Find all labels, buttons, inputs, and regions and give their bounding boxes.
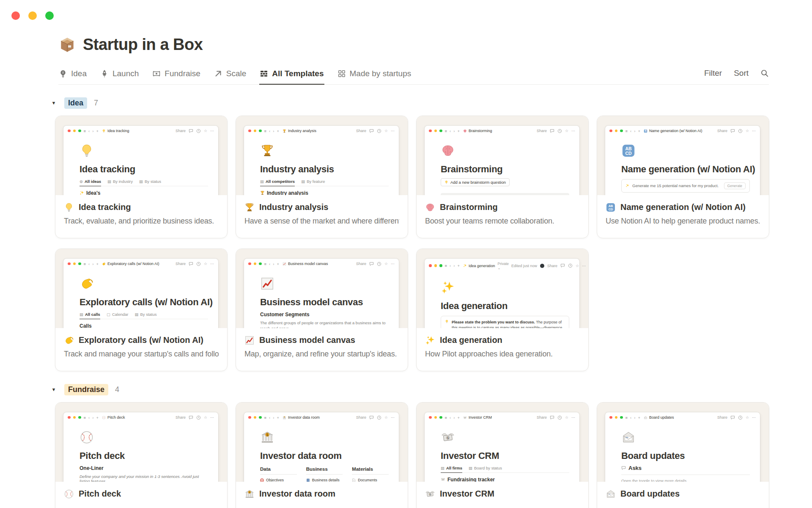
more-icon: ⋯ [391,262,395,266]
forward-icon: › [273,129,274,133]
mini-window-page-title: $Investor data room [283,415,320,420]
back-icon: ‹ [630,415,631,420]
mini-page-link: Objectives [260,478,297,482]
template-card-industry-analysis[interactable]: ≡‹›+Industry analysisShare☆⋯Industry ana… [236,116,408,238]
template-preview: ≡‹›+Idea trackingShare☆⋯Idea tracking⊙Al… [55,116,227,195]
nav-tabs: IdeaLaunchFundraiseScaleAll TemplatesMad… [58,66,411,84]
mini-window-dot-icon [429,264,432,267]
abcd-icon: ABCD [621,144,636,158]
money-wings-icon: $ [441,477,445,482]
mini-view-tab: ▤Board by status [469,466,502,473]
more-icon: ⋯ [752,415,756,420]
mini-window-titlebar: ≡‹›+Board updatesShare☆⋯ [605,412,760,422]
section-pill[interactable]: Idea [64,97,87,109]
sparkles-icon [425,335,435,345]
disclosure-triangle-icon[interactable]: ▼ [48,387,59,392]
zoom-button[interactable] [45,11,54,20]
mini-window-dot-icon [254,130,257,133]
new-tab-icon: + [96,262,99,266]
template-card-exploratory-calls-w-notion-ai[interactable]: ≡‹›+Exploratory calls (w/ Notion AI)Shar… [55,248,228,371]
tab-idea[interactable]: Idea [58,66,87,85]
filter-button[interactable]: Filter [704,69,722,78]
envelope-icon [644,416,647,420]
mini-section-title: Idea's [80,190,208,195]
view-icon: ▤ [260,179,264,184]
tab-bar: IdeaLaunchFundraiseScaleAll TemplatesMad… [58,66,769,85]
mini-window-dot-icon [609,130,612,133]
template-card-idea-tracking[interactable]: ≡‹›+Idea trackingShare☆⋯Idea tracking⊙Al… [55,116,228,238]
clock-icon [557,129,562,133]
menu-icon: ≡ [445,263,447,268]
sparkles-icon [441,280,455,295]
template-preview: ≡‹›+Business model canvasShare☆⋯Business… [236,249,408,328]
template-title: Brainstorming [425,202,580,213]
search-icon[interactable] [760,69,769,77]
tab-label: Idea [71,69,87,78]
template-caption: Idea trackingTrack, evaluate, and priori… [55,195,227,226]
mini-window-titlebar: ≡‹›+Idea trackingShare☆⋯ [63,126,218,135]
mini-window-dot-icon [254,416,257,419]
lightbulb-tab-icon [59,69,67,78]
mini-button-label: Add a new brainstorm question [450,180,506,185]
view-icon: ▤ [441,466,444,470]
mini-view-tab-label: By feature [307,179,325,184]
avatar [540,264,544,268]
tab-scale[interactable]: Scale [214,66,247,85]
template-title-label: Pitch deck [79,489,121,499]
mini-page-heading: Pitch deck [80,450,208,461]
mini-view-tabs: ▤All firms▤Board by status [441,466,569,473]
menu-icon: ≡ [84,415,86,420]
template-card-idea-generation[interactable]: ≡‹›+Idea generationPrivate ⌄Edited just … [416,248,589,371]
mini-window-dot-icon [434,416,437,419]
template-card-business-model-canvas[interactable]: ≡‹›+Business model canvasShare☆⋯Business… [236,248,408,371]
tab-fundraise[interactable]: Fundraise [152,66,201,85]
brain-icon [463,129,467,133]
template-card-pitch-deck[interactable]: ≡‹›+Pitch deckShare☆⋯Pitch deckOne-Liner… [55,402,228,508]
mini-view-tab-label: By status [145,179,161,184]
forward-icon: › [634,415,635,420]
section-pill[interactable]: Fundraise [64,384,108,395]
forward-icon: › [273,262,274,266]
clock-icon [568,263,573,268]
sparkles-icon [625,184,629,188]
clock-icon [196,129,201,133]
mini-generate-button: Generate [724,182,746,189]
baseball-icon [102,416,106,420]
template-preview: ≡‹›+$Investor CRMShare☆⋯$Investor CRM▤Al… [417,403,588,482]
chart-up-icon [244,335,255,345]
lightbulb-icon [445,320,449,328]
close-button[interactable] [11,11,20,20]
tab-made-by-startups[interactable]: Made by startups [337,66,412,85]
template-card-board-updates[interactable]: ≡‹›+Board updatesShare☆⋯Board updatesAsk… [597,402,769,508]
book-icon [306,478,310,482]
mini-page-link: Business details [306,478,343,482]
sparkles-icon [80,190,84,195]
grid-icon [260,69,268,78]
toolbar: Filter Sort [704,69,769,84]
template-card-name-generation-w-notion-ai[interactable]: ≡‹›+ABCDName generation (w/ Notion AI)Sh… [597,116,769,238]
minimize-button[interactable] [28,11,37,20]
template-preview: ≡‹›+Industry analysisShare☆⋯Industry ana… [236,116,408,195]
forward-icon: › [453,415,455,420]
sort-button[interactable]: Sort [734,69,749,78]
mini-question-box: What products exist in the world we thin… [441,193,569,195]
mini-section-title-label: Idea's [86,190,101,195]
disclosure-triangle-icon[interactable]: ▼ [48,100,59,105]
money-wings-icon: $ [441,430,455,444]
trophy-icon [283,129,286,133]
money-wings-icon: $ [463,416,467,420]
tab-all-templates[interactable]: All Templates [259,66,324,85]
mini-window: ≡‹›+$Investor CRMShare☆⋯$Investor CRM▤Al… [425,412,579,482]
tab-launch[interactable]: Launch [100,66,139,85]
mini-view-tab-label: All ideas [85,179,101,184]
mini-window-titlebar: ≡‹›+BrainstormingShare☆⋯ [425,126,579,135]
template-card-brainstorming[interactable]: ≡‹›+BrainstormingShare☆⋯BrainstormingAdd… [416,116,589,238]
chat-icon [189,129,193,133]
template-card-investor-data-room[interactable]: ≡‹›+$Investor data roomShare☆⋯$Investor … [236,402,408,508]
mini-view-tab-label: By status [140,312,156,317]
template-caption: Industry analysisHave a sense of the mar… [236,195,408,226]
chat-icon [560,263,565,268]
template-card-investor-crm[interactable]: ≡‹›+$Investor CRMShare☆⋯$Investor CRM▤Al… [416,402,589,508]
template-preview: ≡‹›+Board updatesShare☆⋯Board updatesAsk… [597,403,769,482]
mini-window: ≡‹›+Pitch deckShare☆⋯Pitch deckOne-Liner… [63,412,218,482]
